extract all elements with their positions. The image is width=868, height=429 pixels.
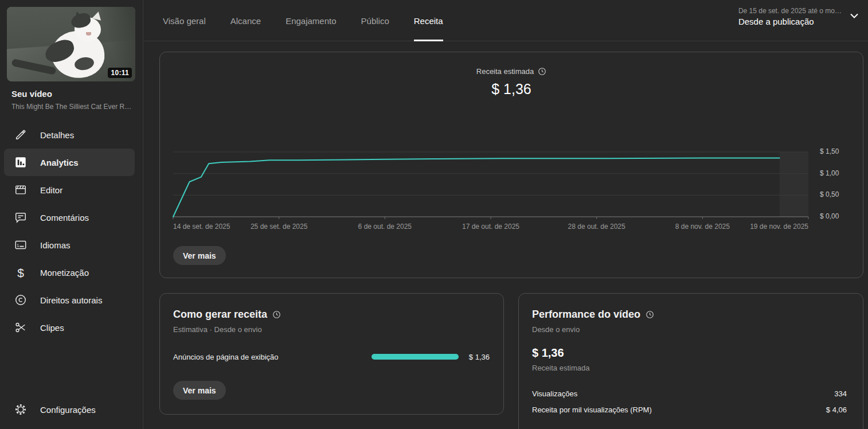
sidebar: 10:11 Seu vídeo This Might Be The Sillie…	[0, 0, 143, 429]
card-subtitle: Estimativa · Desde o envio	[173, 325, 262, 334]
copyright-icon	[14, 293, 28, 307]
video-thumbnail[interactable]: 10:11	[7, 7, 135, 81]
sidebar-item-label: Comentários	[40, 213, 89, 223]
clock-icon	[538, 67, 546, 76]
x-axis-label: 19 de nov. de 2025	[750, 223, 808, 231]
video-duration-badge: 10:11	[108, 68, 132, 78]
row-label: Visualizações	[532, 389, 577, 398]
sidebar-item-direitos-autorais[interactable]: Direitos autorais	[4, 286, 135, 314]
see-more-button[interactable]: Ver mais	[173, 246, 226, 265]
video-performance-card: Performance do vídeo Desde o envio $ 1,3…	[518, 293, 863, 429]
pencil-icon	[14, 128, 28, 142]
card-title: Como gerar receita	[173, 309, 267, 321]
revenue-series-line	[173, 158, 780, 217]
tab-receita[interactable]: Receita	[414, 0, 443, 41]
dollar-icon: $	[14, 266, 28, 279]
revenue-chart-card: 14 de set. de 202525 de set. de 20256 de…	[159, 52, 863, 278]
sidebar-item-configuracoes[interactable]: Configurações	[4, 396, 135, 423]
performance-revenue-caption: Receita estimada	[532, 364, 589, 372]
analytics-tabs: Visão geralAlcanceEngajamentoPúblicoRece…	[163, 0, 468, 41]
x-axis-label: 14 de set. de 2025	[173, 223, 230, 231]
sidebar-settings-wrap: Configurações	[0, 396, 143, 423]
metric-label-text: Receita estimada	[476, 67, 534, 76]
metric-value: $ 1,36	[160, 81, 863, 98]
analytics-icon	[14, 155, 28, 169]
card-title: Performance do vídeo	[532, 309, 640, 321]
gear-icon	[14, 403, 28, 416]
x-axis-label: 6 de out. de 2025	[358, 223, 412, 231]
sidebar-item-label: Editor	[40, 185, 62, 195]
performance-revenue-value: $ 1,36	[532, 346, 564, 360]
row-label: Receita por mil visualizações (RPM)	[532, 405, 652, 414]
comment-icon	[14, 210, 28, 224]
date-range-detail: De 15 de set. de 2025 até o mo…	[738, 7, 842, 15]
clock-icon	[272, 310, 281, 319]
sidebar-item-detalhes[interactable]: Detalhes	[4, 121, 135, 149]
y-axis-label: $ 0,00	[820, 212, 839, 220]
tab-alcance[interactable]: Alcance	[230, 0, 261, 41]
card-subtitle: Desde o envio	[532, 325, 580, 334]
date-range-label: Desde a publicação	[738, 17, 842, 26]
chevron-down-icon	[847, 9, 861, 25]
y-axis-label: $ 1,50	[820, 147, 839, 155]
clock-icon	[646, 310, 654, 319]
x-axis-label: 17 de out. de 2025	[462, 223, 519, 231]
scissors-icon	[14, 321, 28, 334]
sidebar-item-monetizacao[interactable]: $Monetização	[4, 259, 135, 286]
clapperboard-icon	[14, 183, 28, 197]
ad-revenue-label: Anúncios de página de exibição	[173, 353, 372, 361]
table-row[interactable]: Visualizações334	[532, 385, 847, 401]
performance-metric-rows: Visualizações334Receita por mil visualiz…	[532, 385, 847, 418]
sidebar-item-clipes[interactable]: Clipes	[4, 314, 135, 341]
sidebar-item-label: Configurações	[40, 405, 96, 415]
sidebar-item-label: Clipes	[40, 323, 64, 333]
sidebar-item-comentarios[interactable]: Comentários	[4, 204, 135, 231]
tab-engajamento[interactable]: Engajamento	[286, 0, 336, 41]
date-range-selector[interactable]: De 15 de set. de 2025 até o mo… Desde a …	[738, 7, 861, 26]
see-more-button[interactable]: Ver mais	[173, 381, 226, 400]
sidebar-item-editor[interactable]: Editor	[4, 176, 135, 204]
ad-revenue-row[interactable]: Anúncios de página de exibição $ 1,36	[173, 350, 490, 364]
subtitles-icon	[14, 238, 28, 252]
sidebar-item-idiomas[interactable]: Idiomas	[4, 231, 135, 259]
row-value: $ 4,06	[826, 405, 847, 414]
video-title-text: This Might Be The Silliest Cat Ever R…	[11, 103, 135, 111]
how-to-monetize-card: Como gerar receita Estimativa · Desde o …	[159, 293, 504, 415]
y-axis-label: $ 0,50	[820, 190, 839, 198]
table-row[interactable]: Receita por mil visualizações (RPM)$ 4,0…	[532, 401, 847, 418]
cat-mouth-art	[86, 32, 91, 36]
sidebar-menu: DetalhesAnalyticsEditorComentáriosIdioma…	[0, 121, 143, 341]
tab-vis-o-geral[interactable]: Visão geral	[163, 0, 206, 41]
sidebar-item-label: Idiomas	[40, 240, 71, 250]
video-section-title: Seu vídeo	[11, 89, 52, 99]
date-range-texts: De 15 de set. de 2025 até o mo… Desde a …	[738, 7, 842, 26]
main-area: Visão geralAlcanceEngajamentoPúblicoRece…	[144, 0, 868, 429]
sidebar-item-analytics[interactable]: Analytics	[4, 149, 135, 176]
x-axis-label: 25 de set. de 2025	[251, 223, 307, 231]
x-axis-label: 8 de nov. de 2025	[675, 223, 730, 231]
partial-data-band	[780, 152, 808, 217]
y-axis-label: $ 1,00	[820, 169, 839, 177]
ad-revenue-value: $ 1,36	[464, 353, 490, 361]
tab-p-blico[interactable]: Público	[361, 0, 389, 41]
chart-metric-header[interactable]: Receita estimada $ 1,36	[160, 66, 863, 98]
sidebar-item-label: Monetização	[40, 268, 89, 278]
ad-revenue-bar	[372, 354, 459, 360]
analytics-topbar: Visão geralAlcanceEngajamentoPúblicoRece…	[144, 0, 868, 41]
sidebar-item-label: Analytics	[40, 158, 79, 167]
row-value: 334	[834, 389, 847, 398]
sidebar-item-label: Direitos autorais	[40, 295, 102, 305]
x-axis-label: 28 de out. de 2025	[568, 223, 625, 231]
sidebar-item-label: Detalhes	[40, 130, 74, 140]
